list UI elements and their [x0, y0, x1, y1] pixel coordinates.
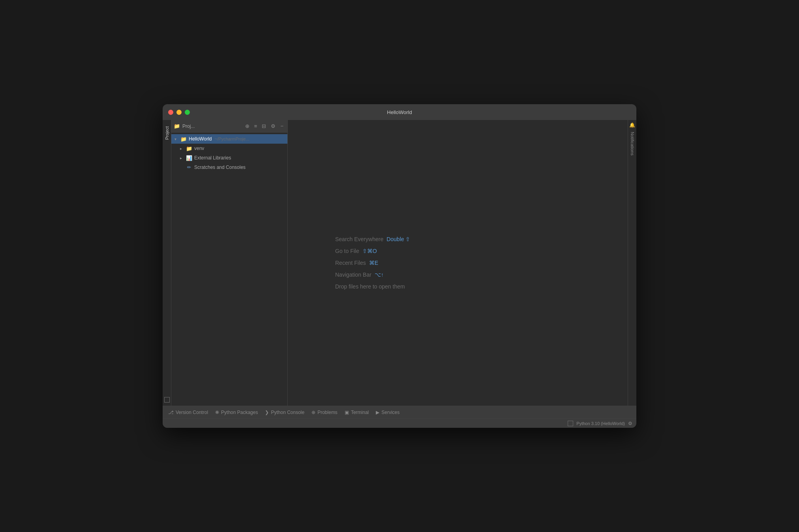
tree-item-ext-libs-label: External Libraries	[194, 155, 231, 161]
expand-all-icon[interactable]: ≡	[253, 122, 259, 130]
settings-status-icon[interactable]: ⚙	[628, 421, 632, 426]
titlebar: HelloWorld	[163, 104, 636, 120]
tab-problems-label: Problems	[317, 410, 338, 415]
tree-item-external-libs[interactable]: ▸ 📊 External Libraries	[171, 153, 287, 163]
hint-search-everywhere: Search Everywhere Double ⇧	[335, 236, 410, 242]
bottom-bar: ⎇ Version Control ❋ Python Packages ❯ Py…	[163, 406, 636, 418]
tab-problems[interactable]: ⊕ Problems	[308, 407, 341, 418]
scratch-icon: ✏	[186, 165, 193, 170]
main-area: Project 📁 Proj... ⊕ ≡ ⊟ ⚙ − ▾ 📁	[163, 120, 636, 406]
hint-recent-files: Recent Files ⌘E	[335, 260, 378, 266]
tab-version-control[interactable]: ⎇ Version Control	[165, 407, 211, 418]
hint-label-drop: Drop files here to open them	[335, 283, 405, 290]
python-packages-icon: ❋	[215, 410, 219, 415]
interpreter-label[interactable]: Python 3.10 (HelloWorld)	[576, 421, 625, 426]
hint-goto-file: Go to File ⇧⌘O	[335, 248, 377, 254]
target-icon[interactable]: ⊕	[244, 122, 251, 130]
tab-terminal[interactable]: ▣ Terminal	[341, 407, 372, 418]
hint-label-nav: Navigation Bar	[335, 272, 371, 278]
window-title: HelloWorld	[387, 109, 412, 115]
tab-python-console[interactable]: ❯ Python Console	[262, 407, 308, 418]
chevron-right-icon: ▸	[180, 156, 186, 160]
left-sidebar: Project	[163, 120, 171, 406]
hint-key-search[interactable]: Double ⇧	[386, 236, 410, 242]
services-icon: ▶	[376, 410, 379, 415]
close-panel-icon[interactable]: −	[279, 122, 285, 130]
hint-key-goto[interactable]: ⇧⌘O	[362, 248, 377, 254]
tab-terminal-label: Terminal	[351, 410, 369, 415]
hint-label-recent: Recent Files	[335, 260, 366, 266]
hint-key-recent[interactable]: ⌘E	[369, 260, 378, 266]
minimize-button[interactable]	[176, 110, 182, 115]
bell-icon: 🔔	[629, 122, 635, 128]
tab-python-packages-label: Python Packages	[221, 410, 258, 415]
editor-content: Search Everywhere Double ⇧ Go to File ⇧⌘…	[288, 120, 628, 406]
hint-label-goto: Go to File	[335, 248, 359, 254]
tab-python-packages[interactable]: ❋ Python Packages	[212, 407, 261, 418]
python-console-icon: ❯	[265, 410, 269, 415]
chevron-down-icon: ▾	[174, 137, 180, 141]
traffic-lights	[168, 110, 190, 115]
main-window: HelloWorld Project 📁 Proj... ⊕ ≡ ⊟ ⚙ −	[163, 104, 636, 428]
tab-services[interactable]: ▶ Services	[373, 407, 403, 418]
sidebar-item-project[interactable]: Project	[163, 122, 171, 144]
folder-icon: 📁	[180, 136, 187, 142]
right-sidebar: 🔔 Notifications	[628, 120, 636, 406]
venv-folder-icon: 📁	[186, 146, 193, 152]
hint-nav-bar: Navigation Bar ⌥↑	[335, 272, 384, 278]
notifications-tab[interactable]: Notifications	[629, 128, 636, 159]
tree-item-scratches-label: Scratches and Consoles	[194, 165, 246, 170]
hint-label-search: Search Everywhere	[335, 236, 383, 242]
tree-item-helloworld[interactable]: ▾ 📁 HelloWorld ~/PycharmProje...	[171, 134, 287, 144]
maximize-button[interactable]	[185, 110, 190, 115]
tree-item-venv[interactable]: ▸ 📁 venv	[171, 144, 287, 153]
problems-icon: ⊕	[311, 410, 315, 415]
project-panel: 📁 Proj... ⊕ ≡ ⊟ ⚙ − ▾ 📁 HelloWorld ~/Pyc…	[171, 120, 288, 406]
layout-icon[interactable]	[568, 421, 573, 426]
status-bar: Python 3.10 (HelloWorld) ⚙	[163, 418, 636, 428]
tree-item-scratches[interactable]: ✏ Scratches and Consoles	[171, 163, 287, 172]
folder-toolbar-icon: 📁	[174, 123, 180, 129]
chevron-right-icon: ▸	[180, 146, 186, 151]
tab-services-label: Services	[381, 410, 400, 415]
tab-version-control-label: Version Control	[176, 410, 208, 415]
editor-area: Search Everywhere Double ⇧ Go to File ⇧⌘…	[288, 120, 628, 406]
terminal-icon: ▣	[345, 410, 349, 415]
sidebar-square-icon[interactable]	[164, 397, 170, 403]
tree-item-label: HelloWorld ~/PycharmProje...	[189, 136, 249, 142]
library-icon: 📊	[186, 155, 193, 161]
project-tree: ▾ 📁 HelloWorld ~/PycharmProje... ▸ 📁 ven…	[171, 133, 287, 406]
collapse-all-icon[interactable]: ⊟	[260, 122, 268, 130]
version-control-icon: ⎇	[168, 410, 174, 415]
settings-icon[interactable]: ⚙	[269, 122, 277, 130]
tab-python-console-label: Python Console	[271, 410, 304, 415]
close-button[interactable]	[168, 110, 173, 115]
hint-key-nav[interactable]: ⌥↑	[375, 272, 384, 278]
project-toolbar: 📁 Proj... ⊕ ≡ ⊟ ⚙ −	[171, 120, 287, 133]
hint-drop-files: Drop files here to open them	[335, 283, 405, 290]
tree-item-venv-label: venv	[194, 146, 204, 151]
project-panel-label: Proj...	[182, 124, 195, 129]
